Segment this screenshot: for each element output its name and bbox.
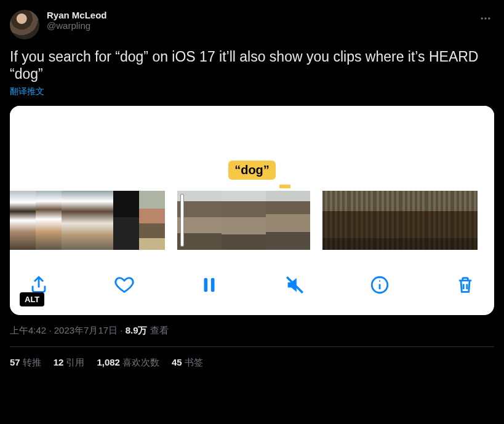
clip-thumbnail[interactable] — [400, 191, 426, 250]
clip-thumbnail[interactable] — [139, 191, 165, 250]
author-block[interactable]: Ryan McLeod @warpling — [47, 10, 107, 31]
clip-group-1[interactable] — [10, 191, 165, 250]
clip-thumbnail[interactable] — [266, 191, 310, 250]
heart-icon — [114, 274, 135, 295]
clip-thumbnail[interactable] — [322, 191, 348, 250]
clip-thumbnail[interactable] — [222, 191, 266, 250]
svg-point-8 — [379, 280, 380, 281]
media-card[interactable]: “dog” — [10, 106, 494, 315]
author-name: Ryan McLeod — [47, 10, 107, 20]
clip-thumbnail[interactable] — [177, 191, 222, 250]
clip-thumbnail[interactable] — [10, 191, 36, 250]
mute-button[interactable] — [281, 271, 309, 299]
clips-row[interactable] — [10, 191, 494, 250]
svg-point-2 — [488, 17, 490, 19]
tweet-date[interactable]: 2023年7月17日 — [54, 325, 118, 335]
views-label: 查看 — [150, 325, 169, 335]
pause-button[interactable] — [195, 271, 223, 299]
caption-bubble: “dog” — [228, 161, 276, 180]
clip-thumbnail[interactable] — [87, 191, 113, 250]
tweet-time[interactable]: 上午4:42 — [10, 325, 46, 335]
delete-button[interactable] — [451, 271, 479, 299]
media-top-area: “dog” — [10, 106, 494, 183]
quotes-stat[interactable]: 12引用 — [54, 357, 85, 369]
mute-icon — [284, 274, 305, 295]
likes-stat[interactable]: 1,082喜欢次数 — [97, 357, 159, 369]
retweets-stat[interactable]: 57转推 — [10, 357, 41, 369]
divider — [10, 346, 494, 347]
pause-icon — [199, 274, 220, 295]
tweet-meta: 上午4:42 · 2023年7月17日 · 8.9万 查看 — [10, 325, 494, 337]
svg-point-1 — [484, 17, 486, 19]
clip-thumbnail[interactable] — [36, 191, 62, 250]
svg-point-0 — [481, 17, 483, 19]
svg-rect-4 — [211, 278, 215, 292]
clip-thumbnail[interactable] — [374, 191, 400, 250]
tweet-header: Ryan McLeod @warpling — [10, 10, 494, 39]
info-button[interactable] — [366, 271, 394, 299]
clip-group-2[interactable] — [177, 191, 310, 250]
clip-thumbnail[interactable] — [426, 191, 452, 250]
trash-icon — [455, 274, 476, 295]
tweet-stats: 57转推 12引用 1,082喜欢次数 45书签 — [10, 357, 494, 369]
clip-thumbnail[interactable] — [452, 191, 478, 250]
clip-thumbnail[interactable] — [348, 191, 374, 250]
info-icon — [369, 274, 390, 295]
like-button[interactable] — [110, 271, 138, 299]
translate-link[interactable]: 翻译推文 — [10, 86, 494, 97]
avatar[interactable] — [10, 10, 39, 39]
svg-rect-3 — [204, 278, 208, 292]
more-button[interactable] — [477, 10, 494, 30]
tweet-text: If you search for “dog” on iOS 17 it’ll … — [10, 48, 494, 82]
playhead-marker — [279, 185, 290, 188]
clip-thumbnail[interactable] — [113, 191, 139, 250]
playhead-marker-row — [10, 183, 494, 191]
bookmarks-stat[interactable]: 45书签 — [172, 357, 203, 369]
media-toolbar — [10, 261, 494, 315]
clip-thumbnail[interactable] — [62, 191, 87, 250]
alt-badge[interactable]: ALT — [20, 292, 44, 306]
views-count: 8.9万 — [126, 325, 148, 335]
tweet-container: Ryan McLeod @warpling If you search for … — [0, 0, 504, 378]
clip-group-3[interactable] — [322, 191, 478, 250]
ellipsis-icon — [479, 12, 492, 25]
author-handle: @warpling — [47, 20, 107, 31]
